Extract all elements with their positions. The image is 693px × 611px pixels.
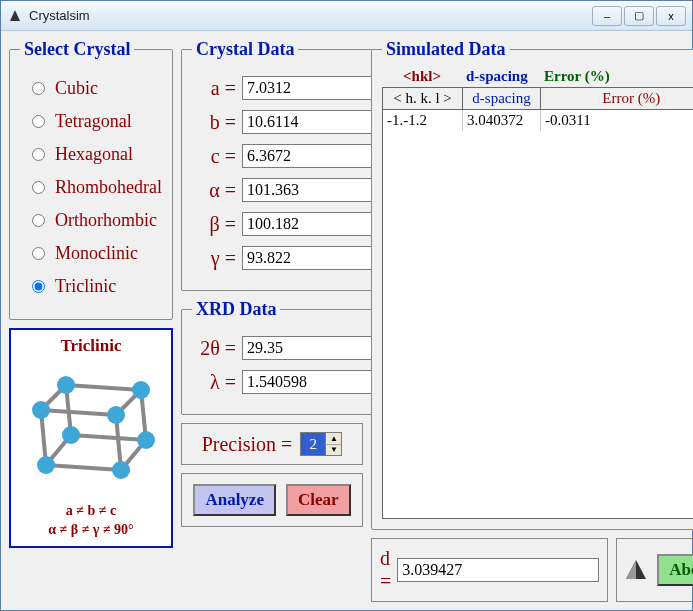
- radio-monoclinic[interactable]: Monoclinic: [32, 243, 162, 264]
- svg-point-20: [132, 381, 150, 399]
- b-label: b =: [192, 111, 242, 134]
- radio-rhombohedral[interactable]: Rhombohedral: [32, 177, 162, 198]
- col-err: Error (%): [541, 88, 693, 110]
- window-controls: – ▢ x: [592, 6, 686, 26]
- svg-marker-0: [10, 10, 20, 21]
- minimize-button[interactable]: –: [592, 6, 622, 26]
- precision-spinner[interactable]: 2 ▲ ▼: [300, 432, 342, 456]
- radio-hexagonal-input[interactable]: [32, 148, 45, 161]
- simulated-header: <hkl> d-spacing Error (%): [382, 66, 693, 87]
- table-row[interactable]: -1.-1.2 3.040372 -0.0311: [383, 110, 693, 131]
- svg-point-18: [107, 406, 125, 424]
- d-label: d =: [380, 547, 391, 593]
- sim-head-d: d-spacing: [462, 66, 540, 87]
- svg-line-8: [66, 385, 141, 390]
- radio-triclinic[interactable]: Triclinic: [32, 276, 162, 297]
- svg-marker-22: [626, 560, 636, 579]
- svg-point-13: [37, 456, 55, 474]
- radio-tetragonal-input[interactable]: [32, 115, 45, 128]
- svg-point-16: [137, 431, 155, 449]
- crystal-formula-1: a ≠ b ≠ c: [17, 502, 165, 521]
- beta-label: β =: [192, 213, 242, 236]
- col-d: d-spacing: [463, 88, 541, 110]
- crystal-data-legend: Crystal Data: [192, 39, 298, 60]
- precision-label: Precision =: [202, 433, 293, 456]
- cell-d: 3.040372: [463, 110, 541, 131]
- svg-point-17: [32, 401, 50, 419]
- xrd-data-legend: XRD Data: [192, 299, 281, 320]
- crystal-preview: Triclinic: [9, 328, 173, 548]
- app-window: Crystalsim – ▢ x Select Crystal Cubic Te…: [0, 0, 693, 611]
- radio-orthorhombic[interactable]: Orthorhombic: [32, 210, 162, 231]
- radio-rhombohedral-input[interactable]: [32, 181, 45, 194]
- gamma-label: γ =: [192, 247, 242, 270]
- crystal-preview-diagram: [17, 358, 165, 502]
- crystal-preview-name: Triclinic: [17, 336, 165, 356]
- about-icon: [623, 557, 649, 583]
- d-result-box: d =: [371, 538, 608, 602]
- maximize-button[interactable]: ▢: [624, 6, 654, 26]
- simulated-data-legend: Simulated Data: [382, 39, 510, 60]
- cell-hkl: -1.-1.2: [383, 110, 463, 131]
- precision-down-button[interactable]: ▼: [325, 445, 341, 456]
- radio-cubic-label: Cubic: [55, 78, 98, 99]
- close-button[interactable]: x: [656, 6, 686, 26]
- radio-cubic-input[interactable]: [32, 82, 45, 95]
- precision-box: Precision = 2 ▲ ▼: [181, 423, 363, 465]
- cell-err: -0.0311: [541, 110, 693, 131]
- select-crystal-legend: Select Crystal: [20, 39, 134, 60]
- precision-up-button[interactable]: ▲: [325, 433, 341, 445]
- analyze-button[interactable]: Analyze: [193, 484, 276, 516]
- lambda-label: λ =: [192, 371, 242, 394]
- svg-line-1: [46, 465, 121, 470]
- radio-tetragonal-label: Tetragonal: [55, 111, 132, 132]
- clear-button[interactable]: Clear: [286, 484, 351, 516]
- svg-point-15: [62, 426, 80, 444]
- radio-monoclinic-input[interactable]: [32, 247, 45, 260]
- sim-head-hkl: <hkl>: [382, 66, 462, 87]
- radio-hexagonal[interactable]: Hexagonal: [32, 144, 162, 165]
- about-button[interactable]: About: [657, 554, 693, 586]
- radio-orthorhombic-label: Orthorhombic: [55, 210, 157, 231]
- col-hkl: < h. k. l >: [383, 88, 463, 110]
- crystal-formula-2: α ≠ β ≠ γ ≠ 90°: [17, 521, 165, 540]
- titlebar: Crystalsim – ▢ x: [1, 1, 692, 31]
- radio-rhombohedral-label: Rhombohedral: [55, 177, 162, 198]
- a-label: a =: [192, 77, 242, 100]
- app-icon: [7, 8, 23, 24]
- svg-line-5: [41, 410, 116, 415]
- simulated-table-header: < h. k. l > d-spacing Error (%): [383, 88, 693, 110]
- radio-triclinic-label: Triclinic: [55, 276, 116, 297]
- content-area: Select Crystal Cubic Tetragonal Hexagona…: [1, 31, 692, 610]
- radio-triclinic-input[interactable]: [32, 280, 45, 293]
- radio-hexagonal-label: Hexagonal: [55, 144, 133, 165]
- svg-point-14: [112, 461, 130, 479]
- two-theta-label: 2θ =: [192, 337, 242, 360]
- about-box: About: [616, 538, 693, 602]
- simulated-table: < h. k. l > d-spacing Error (%) -1.-1.2 …: [382, 87, 693, 519]
- d-input[interactable]: [397, 558, 599, 582]
- sim-head-err: Error (%): [540, 66, 693, 87]
- precision-value: 2: [301, 433, 325, 455]
- select-crystal-group: Select Crystal Cubic Tetragonal Hexagona…: [9, 39, 173, 320]
- action-buttons-box: Analyze Clear: [181, 473, 363, 527]
- c-label: c =: [192, 145, 242, 168]
- radio-cubic[interactable]: Cubic: [32, 78, 162, 99]
- radio-monoclinic-label: Monoclinic: [55, 243, 138, 264]
- svg-point-19: [57, 376, 75, 394]
- svg-line-4: [71, 435, 146, 440]
- alpha-label: α =: [192, 179, 242, 202]
- radio-tetragonal[interactable]: Tetragonal: [32, 111, 162, 132]
- window-title: Crystalsim: [29, 8, 592, 23]
- radio-orthorhombic-input[interactable]: [32, 214, 45, 227]
- simulated-data-group: Simulated Data <hkl> d-spacing Error (%)…: [371, 39, 693, 530]
